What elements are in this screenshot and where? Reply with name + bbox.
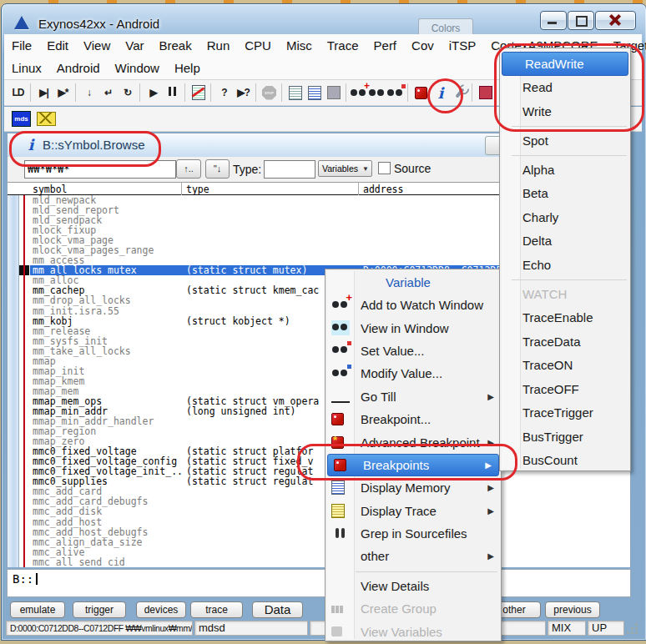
- softkey-button[interactable]: previous: [545, 601, 600, 618]
- symbol-filter-input[interactable]: [24, 160, 176, 179]
- submenu-item[interactable]: WATCH: [500, 282, 630, 306]
- maximize-button[interactable]: [568, 11, 594, 30]
- close-button[interactable]: [595, 11, 636, 30]
- context-menu-item[interactable]: Display Trace ▶: [326, 500, 501, 522]
- softkey-button[interactable]: devices: [136, 601, 186, 618]
- menu-item[interactable]: File: [4, 38, 39, 53]
- separator[interactable]: [469, 83, 476, 102]
- softkey-button[interactable]: trigger: [73, 601, 126, 618]
- submenu-item[interactable]: Write: [500, 99, 630, 123]
- context-menu-item[interactable]: Set Value...: [326, 340, 501, 362]
- submenu-item[interactable]: Alpha: [500, 158, 630, 182]
- command-line-area[interactable]: B::: [7, 569, 631, 597]
- source-checkbox[interactable]: [378, 162, 391, 174]
- context-menu-item[interactable]: Create Group: [326, 597, 501, 620]
- softkey-button[interactable]: trace: [190, 601, 243, 618]
- menu-item[interactable]: Run: [199, 38, 238, 53]
- menu-item[interactable]: Linux: [4, 61, 49, 75]
- menu-item[interactable]: Break: [152, 38, 199, 53]
- table-row[interactable]: mmc_all_send_cid: [8, 557, 630, 567]
- context-menu-item[interactable]: View in Window: [326, 316, 501, 339]
- separator[interactable]: [182, 83, 189, 102]
- context-menu-item[interactable]: Advanced Breakpoint ▶: [326, 430, 501, 453]
- tools-icon[interactable]: [450, 83, 469, 103]
- table-row[interactable]: mmc_add_disk: [8, 506, 630, 516]
- data-dump-icon[interactable]: [324, 83, 343, 103]
- context-menu-item[interactable]: Go Till ▶: [326, 385, 501, 408]
- hidden-toolbar-icon[interactable]: [476, 83, 495, 103]
- kind-dropdown[interactable]: Variables▼: [318, 160, 372, 177]
- menu-item[interactable]: iTSP: [442, 38, 484, 53]
- breakpoint-icon[interactable]: [411, 83, 431, 103]
- softkey-button[interactable]: Data: [252, 601, 303, 618]
- go-up-button[interactable]: ↑..: [176, 159, 201, 179]
- table-row[interactable]: mmc_align_data_size: [8, 537, 630, 547]
- vertical-scrollbar[interactable]: [8, 195, 19, 567]
- menu-item[interactable]: Trace: [320, 38, 366, 53]
- step-down-button[interactable]: ↓: [79, 83, 98, 103]
- menu-item[interactable]: Help: [167, 61, 208, 75]
- resize-grip[interactable]: [628, 624, 638, 634]
- separator[interactable]: [208, 83, 214, 102]
- load-button[interactable]: LD: [8, 83, 28, 103]
- separator[interactable]: [405, 83, 411, 102]
- column-header-address[interactable]: address: [363, 184, 403, 195]
- submenu-item[interactable]: Echo: [500, 253, 630, 277]
- table-row[interactable]: mmc_alive: [8, 547, 630, 557]
- submenu-item[interactable]: Read: [500, 76, 630, 100]
- menu-item[interactable]: Window: [108, 61, 167, 75]
- submenu-item[interactable]: Spot: [500, 128, 630, 153]
- step-into-button[interactable]: ▶|: [34, 83, 53, 103]
- submenu-item[interactable]: BusCount: [500, 449, 630, 473]
- go-button[interactable]: ▶: [144, 83, 163, 103]
- context-menu-item[interactable]: Modify Value...: [326, 362, 501, 385]
- step-up-button[interactable]: ↻: [118, 83, 137, 103]
- separator[interactable]: [279, 83, 285, 102]
- mail-envelope-icon[interactable]: [37, 112, 56, 126]
- submenu-item[interactable]: BusTrigger: [500, 425, 630, 449]
- menu-item[interactable]: Cov: [404, 38, 442, 53]
- watch-add-icon[interactable]: [350, 86, 368, 99]
- separator[interactable]: [137, 83, 144, 102]
- symbol-info-icon[interactable]: i: [431, 83, 450, 103]
- context-menu-item[interactable]: Grep in Sourcefiles: [326, 522, 501, 545]
- context-menu-item[interactable]: [326, 568, 501, 575]
- watch-edit-icon[interactable]: [386, 86, 405, 99]
- stop-icon[interactable]: STOP: [260, 83, 279, 103]
- type-filter-input[interactable]: [264, 160, 315, 179]
- softkey-button[interactable]: emulate: [10, 601, 65, 618]
- submenu-item[interactable]: TraceOFF: [500, 377, 630, 401]
- menu-item[interactable]: Var: [118, 38, 151, 53]
- menu-item[interactable]: View: [76, 38, 118, 53]
- submenu-item[interactable]: TraceON: [500, 354, 630, 378]
- menu-item[interactable]: Misc: [279, 38, 320, 53]
- memory-dump-icon[interactable]: [305, 83, 324, 103]
- help-button[interactable]: ?: [214, 83, 234, 103]
- context-menu-item[interactable]: Breakpoint...: [326, 408, 501, 430]
- breakpoint-list-icon[interactable]: [189, 83, 208, 103]
- mds-icon[interactable]: mds: [12, 111, 31, 127]
- menu-item[interactable]: CPU: [237, 38, 279, 53]
- menu-item[interactable]: Android: [49, 61, 108, 75]
- submenu-item[interactable]: TraceEnable: [500, 306, 630, 330]
- submenu-item[interactable]: TraceData: [500, 330, 630, 354]
- menu-item[interactable]: Perf: [366, 38, 405, 53]
- watch-view-icon[interactable]: [368, 86, 386, 99]
- separator[interactable]: [253, 83, 260, 102]
- submenu-item[interactable]: Beta: [500, 182, 630, 206]
- go-down-button[interactable]: ''↓: [205, 159, 230, 179]
- table-row[interactable]: mmc_add_host: [8, 517, 630, 527]
- column-header-type[interactable]: type: [186, 184, 209, 195]
- context-help-button[interactable]: ▶?: [234, 83, 253, 103]
- context-menu-item[interactable]: View Details: [326, 575, 501, 597]
- minimize-button[interactable]: [540, 11, 567, 30]
- context-menu-item[interactable]: Breakpoints ▶: [327, 454, 499, 476]
- separator[interactable]: [343, 83, 350, 102]
- step-return-button[interactable]: ↵: [98, 83, 118, 103]
- submenu-item[interactable]: Charly: [500, 205, 630, 229]
- step-over-button[interactable]: ▶*: [53, 83, 73, 103]
- separator[interactable]: [28, 83, 34, 102]
- context-menu-item[interactable]: Display Memory ▶: [326, 476, 501, 499]
- separator[interactable]: [73, 83, 79, 102]
- context-menu-item[interactable]: View Variables: [326, 620, 501, 642]
